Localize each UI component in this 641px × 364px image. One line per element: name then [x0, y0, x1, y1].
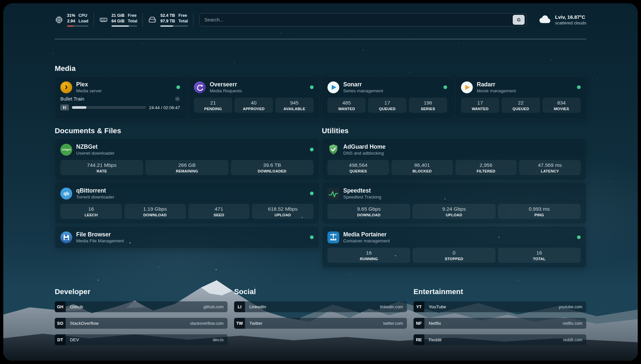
bookmark-reddit[interactable]: RERedditreddit.com [413, 334, 586, 345]
service-description: Speedtest Tracking [343, 195, 382, 199]
stat-box: 0STOPPED [412, 248, 495, 263]
stat-label: REMAINING [147, 169, 227, 173]
service-card-qbittorrent[interactable]: qb qBittorrent Torrent downloader 16LEEC… [55, 182, 319, 224]
cpu-widget: 31% 2.94 CPU Load [55, 13, 94, 27]
stackoverflow-icon: SO [55, 318, 66, 329]
service-card-filebrowser[interactable]: File Browser Media File Management [55, 226, 319, 248]
service-description: Movie management [477, 88, 516, 93]
stat-value: 2,956 [457, 162, 516, 168]
gear-icon[interactable] [175, 96, 180, 102]
stat-value: 834 [544, 100, 579, 106]
adguard-icon [327, 144, 339, 156]
service-card-speedtest[interactable]: Speedtest Speedtest Tracking 9.65 GbpsDO… [322, 182, 586, 224]
service-description: Media Requests [210, 88, 242, 93]
bookmark-github[interactable]: GHGithubgithub.com [55, 301, 228, 312]
pause-button[interactable] [60, 105, 69, 110]
stat-value: 471 [190, 206, 249, 212]
bookmark-name: Twitter [249, 321, 262, 326]
service-card-nzbget[interactable]: nzbget NZBGet Usenet downloader 744.21 M… [55, 138, 319, 180]
stat-value: 40 [236, 100, 271, 106]
stat-box: 196SERIES [409, 98, 447, 113]
bookmark-stackoverflow[interactable]: SOStackOverflowstackoverflow.com [55, 318, 228, 329]
search-engine-button[interactable]: G [513, 15, 525, 25]
playback-progress-bar[interactable] [72, 106, 146, 109]
bookmark-twitter[interactable]: TWTwittertwitter.com [234, 318, 407, 329]
cpu-load-value: 2.94 [67, 18, 75, 24]
stat-value: 618.52 Mbps [253, 206, 312, 212]
bookmark-name: Netflix [429, 321, 441, 326]
memory-icon [99, 15, 108, 24]
bookmarks-area: Developer GHGithubgithub.comSOStackOverf… [55, 288, 586, 345]
developer-column: Developer GHGithubgithub.comSOStackOverf… [55, 288, 228, 345]
service-name: qBittorrent [76, 187, 114, 194]
memory-free-label: Free [128, 13, 137, 18]
stat-label: STOPPED [414, 257, 494, 261]
search-bar[interactable]: G [199, 13, 527, 26]
stat-box: 498,564QUERIES [327, 160, 389, 175]
memory-progress-fill [111, 25, 129, 27]
service-description: Usenet downloader [76, 151, 114, 156]
bookmark-list-entertainment: YTYouTubeyoutube.comNFNetflixnetflix.com… [413, 301, 586, 345]
stat-box: 834MOVIES [542, 98, 581, 113]
stats-row: 16LEECH1.19 GbpsDOWNLOAD471SEED618.52 Mb… [60, 204, 314, 219]
disk-progress-fill [160, 25, 173, 27]
bookmark-list-developer: GHGithubgithub.comSOStackOverflowstackov… [55, 301, 228, 345]
dev-icon: DT [55, 334, 66, 345]
status-online-dot [310, 148, 314, 151]
service-card-adguard[interactable]: AdGuard Home DNS and adblocking 498,564Q… [322, 138, 586, 180]
stat-box: 17WANTED [461, 98, 499, 113]
bookmark-url: stackoverflow.com [190, 321, 224, 326]
service-card-radarr[interactable]: Radarr Movie management 17WANTED22QUEUED… [455, 76, 586, 119]
service-card-plex[interactable]: › Plex Media server Bullet Train [55, 76, 186, 119]
disk-progress-bar [160, 25, 188, 27]
social-column: Social LILinkedInlinkedin.comTWTwittertw… [234, 288, 407, 345]
service-card-portainer[interactable]: Media Portainer Container management 16R… [322, 226, 586, 268]
bookmark-name: LinkedIn [249, 304, 266, 309]
stat-value: 9.24 Gbps [414, 206, 494, 212]
stat-value: 22 [503, 100, 538, 106]
stat-box: 2,956FILTERED [455, 160, 517, 175]
cloud-icon [538, 15, 551, 25]
stat-label: UPLOAD [253, 213, 312, 217]
bookmark-linkedin[interactable]: LILinkedInlinkedin.com [234, 301, 407, 312]
stat-label: LATENCY [520, 169, 579, 173]
stat-value: 945 [277, 100, 312, 106]
twitter-icon: TW [234, 318, 245, 329]
bookmark-youtube[interactable]: YTYouTubeyoutube.com [413, 301, 586, 312]
stat-value: 9.65 Gbps [329, 206, 409, 212]
stat-box: 9.65 GbpsDOWNLOAD [327, 204, 410, 219]
stat-label: AVAILABLE [277, 107, 312, 111]
stat-label: FILTERED [457, 169, 516, 173]
stat-box: 21PENDING [194, 98, 232, 113]
stat-box: 40APPROVED [234, 98, 273, 113]
stat-label: TOTAL [499, 257, 579, 261]
bookmark-netflix[interactable]: NFNetflixnetflix.com [413, 318, 586, 329]
disk-total-value: 97.9 TB [160, 18, 175, 24]
stat-label: WANTED [462, 107, 498, 111]
utilities-column: Utilities [322, 127, 586, 268]
memory-progress-bar [111, 25, 137, 27]
stat-value: 16 [329, 250, 409, 256]
section-title-documents: Documents & Files [55, 127, 319, 135]
service-card-sonarr[interactable]: Sonarr Series management 485WANTED17QUEU… [322, 76, 453, 119]
background-stars [3, 3, 4, 4]
service-description: DNS and adblocking [343, 151, 385, 156]
search-input[interactable] [200, 17, 513, 22]
stat-box: 471SEED [188, 204, 250, 219]
memory-total-label: Total [128, 18, 137, 24]
service-name: Radarr [477, 81, 516, 88]
bookmark-url: dev.to [213, 338, 224, 342]
status-online-dot [310, 235, 314, 239]
section-title-utilities: Utilities [322, 127, 586, 135]
stat-box: 47.569 msLATENCY [519, 160, 581, 175]
weather-condition: scattered clouds [555, 20, 586, 25]
stat-box: 9.24 GbpsUPLOAD [412, 204, 495, 219]
service-card-overseerr[interactable]: Overseerr Media Requests 21PENDING40APPR… [188, 76, 319, 119]
service-name: Overseerr [210, 81, 242, 88]
cpu-load-label: Load [78, 18, 88, 24]
section-title-media: Media [55, 64, 586, 73]
overseerr-icon [194, 81, 206, 93]
dashboard-screen: 31% 2.94 CPU Load [3, 3, 638, 361]
weather-location: Lviv, 16.87°C [555, 14, 586, 20]
bookmark-dev[interactable]: DTDEVdev.to [55, 334, 228, 345]
